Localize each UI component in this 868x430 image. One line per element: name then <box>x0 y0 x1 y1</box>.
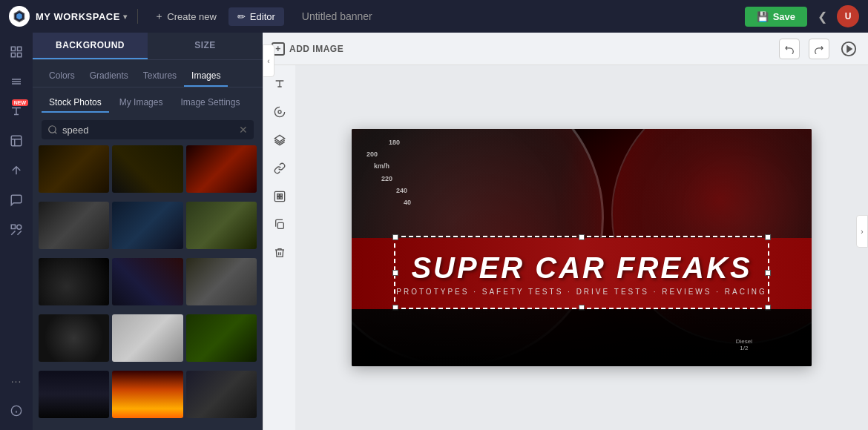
svg-point-9 <box>17 225 22 229</box>
tab-background[interactable]: BACKGROUND <box>33 33 148 59</box>
svg-point-17 <box>278 110 281 113</box>
color-tool-button[interactable] <box>267 99 292 125</box>
editor-label: Editor <box>250 11 275 22</box>
sub-tabs: Colors Gradients Textures Images <box>33 60 263 87</box>
link-tool-button[interactable] <box>267 156 292 181</box>
panel-tabs: BACKGROUND SIZE <box>33 33 263 60</box>
image-thumbnail[interactable] <box>112 314 183 362</box>
save-button[interactable]: 💾 Save <box>745 7 807 27</box>
svg-rect-2 <box>11 53 15 57</box>
svg-rect-24 <box>277 222 283 228</box>
tab-size[interactable]: SIZE <box>148 33 263 59</box>
plus-icon: ＋ <box>154 10 164 23</box>
fuel-gauge: Diesel 1/2 <box>736 338 752 351</box>
workspace-text: MY WORKSPACE <box>36 11 120 22</box>
svg-rect-7 <box>11 136 22 146</box>
tool-strip <box>263 65 295 430</box>
sidebar-item-templates[interactable] <box>3 128 30 154</box>
document-title[interactable]: Untitled banner <box>290 10 739 22</box>
layers-tool-button[interactable] <box>267 128 292 153</box>
avatar[interactable]: U <box>837 5 859 27</box>
sidebar-item-shapes[interactable] <box>3 216 30 243</box>
tab-my-images[interactable]: My Images <box>112 93 171 113</box>
image-thumbnail[interactable] <box>39 314 109 362</box>
search-icon <box>47 125 58 135</box>
sidebar-item-comments[interactable] <box>3 187 30 214</box>
undo-button[interactable] <box>779 39 800 59</box>
image-thumbnail[interactable] <box>39 145 109 193</box>
svg-rect-21 <box>280 194 282 196</box>
image-thumbnail[interactable] <box>112 371 183 418</box>
sidebar-item-info[interactable] <box>3 397 30 424</box>
sidebar-item-layers[interactable] <box>3 68 30 95</box>
editor-button[interactable]: ✏ Editor <box>228 7 284 26</box>
svg-rect-23 <box>280 197 282 199</box>
svg-rect-20 <box>277 194 279 196</box>
sidebar-item-export[interactable] <box>3 157 30 184</box>
duplicate-tool-button[interactable] <box>267 212 292 237</box>
create-new-label: Create new <box>167 11 216 22</box>
collapse-right-icon[interactable]: ❮ <box>813 7 831 25</box>
subtab-gradients[interactable]: Gradients <box>82 66 136 87</box>
svg-rect-8 <box>11 225 15 228</box>
canvas-wrapper[interactable]: 180 200 km/h 220 240 40 SUPER CAR FREAKS… <box>295 65 868 430</box>
image-thumbnail[interactable] <box>186 258 257 305</box>
clear-search-button[interactable]: ✕ <box>239 124 248 136</box>
banner-subtitle: PROTOTYPES · SAFETY TESTS · DRIVE TESTS … <box>396 288 766 296</box>
svg-rect-3 <box>18 53 22 57</box>
speedo-numbers-left: 180 200 km/h 220 240 40 <box>366 136 411 208</box>
bottom-strip: Diesel 1/2 <box>352 309 812 366</box>
delete-tool-button[interactable] <box>267 240 292 265</box>
image-thumbnail[interactable] <box>112 202 183 249</box>
image-thumbnail[interactable] <box>112 145 183 193</box>
play-button[interactable] <box>838 39 859 59</box>
new-badge: NEW <box>12 99 28 106</box>
banner-title: SUPER CAR FREAKS <box>411 251 752 285</box>
image-thumbnail[interactable] <box>186 145 257 193</box>
sidebar-item-text[interactable]: NEW <box>3 98 30 125</box>
image-thumbnail[interactable] <box>186 202 257 249</box>
image-thumbnail[interactable] <box>39 258 109 305</box>
image-thumbnail[interactable] <box>112 258 183 305</box>
tab-image-settings[interactable]: Image Settings <box>173 93 247 113</box>
redo-button[interactable] <box>809 39 829 59</box>
panel-collapse-button[interactable]: ‹ <box>263 44 274 77</box>
search-input[interactable] <box>62 125 234 136</box>
create-new-button[interactable]: ＋ Create new <box>148 7 222 26</box>
image-thumbnail[interactable] <box>39 371 109 418</box>
image-grid <box>33 145 263 430</box>
workspace-label[interactable]: MY WORKSPACE ▾ <box>36 11 127 22</box>
image-source-tabs: Stock Photos My Images Image Settings <box>33 87 263 116</box>
subtab-colors[interactable]: Colors <box>42 66 82 87</box>
icon-strip: NEW ··· <box>0 33 33 430</box>
subtab-images[interactable]: Images <box>184 66 228 87</box>
svg-line-14 <box>55 132 57 134</box>
topbar: MY WORKSPACE ▾ ＋ Create new ✏ Editor Unt… <box>0 0 868 33</box>
svg-marker-16 <box>847 46 852 51</box>
app-logo[interactable] <box>9 6 30 27</box>
image-thumbnail[interactable] <box>186 371 257 418</box>
svg-rect-0 <box>11 47 15 50</box>
svg-point-13 <box>49 126 56 133</box>
canvas-area: + ADD IMAGE <box>263 33 868 430</box>
add-image-label: ADD IMAGE <box>289 44 343 54</box>
svg-rect-22 <box>277 197 279 199</box>
sidebar-item-home[interactable] <box>3 39 30 65</box>
image-thumbnail[interactable] <box>186 314 257 362</box>
save-label: Save <box>773 11 795 22</box>
subtab-textures[interactable]: Textures <box>136 66 184 87</box>
tab-stock-photos[interactable]: Stock Photos <box>42 93 109 113</box>
left-panel: BACKGROUND SIZE Colors Gradients Texture… <box>33 33 263 430</box>
main-area: NEW ··· <box>0 33 868 430</box>
workspace-chevron-icon: ▾ <box>123 13 128 21</box>
banner-canvas[interactable]: 180 200 km/h 220 240 40 SUPER CAR FREAKS… <box>352 129 812 366</box>
image-thumbnail[interactable] <box>39 202 109 249</box>
banner-red-strip: SUPER CAR FREAKS PROTOTYPES · SAFETY TES… <box>352 238 812 309</box>
svg-rect-1 <box>18 47 22 50</box>
add-image-button[interactable]: + ADD IMAGE <box>272 42 343 56</box>
right-panel-collapse-button[interactable]: › <box>856 215 868 248</box>
animation-tool-button[interactable] <box>267 184 292 209</box>
sidebar-item-more[interactable]: ··· <box>3 368 30 394</box>
avatar-initials: U <box>845 11 852 22</box>
toolbar-top: + ADD IMAGE <box>263 33 868 65</box>
